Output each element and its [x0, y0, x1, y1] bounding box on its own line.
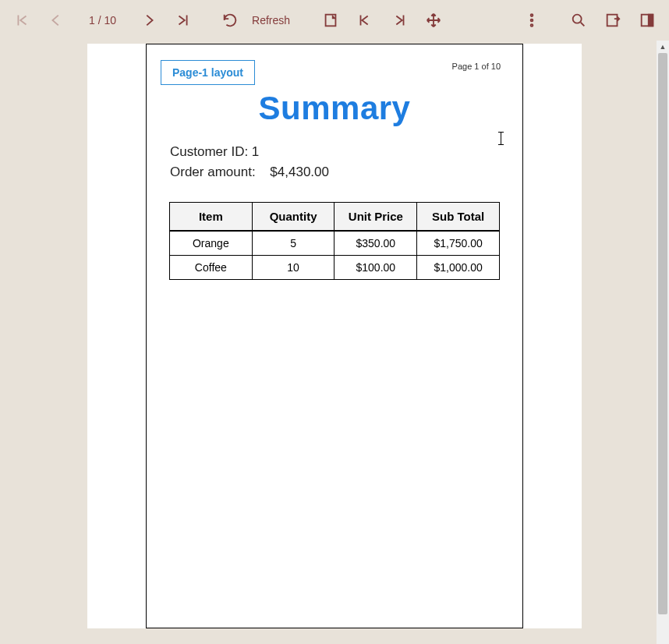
- table-row: Orange 5 $350.00 $1,750.00: [170, 231, 500, 256]
- col-unit-price: Unit Price: [334, 203, 417, 232]
- next-page-button[interactable]: [133, 5, 165, 36]
- report-title: Summary: [159, 90, 510, 127]
- layout-tag[interactable]: Page-1 layout: [161, 60, 255, 85]
- cell-item: Coffee: [170, 256, 253, 280]
- col-item: Item: [170, 203, 253, 232]
- toolbar: 1 / 10 Refresh: [0, 0, 669, 41]
- svg-point-1: [531, 14, 533, 16]
- first-page-icon: [13, 12, 30, 29]
- last-page-button[interactable]: [168, 5, 199, 36]
- vertical-scrollbar[interactable]: ▲: [657, 41, 669, 644]
- svg-rect-5: [607, 15, 618, 27]
- side-panel-button[interactable]: [632, 5, 663, 36]
- more-button[interactable]: [516, 5, 547, 36]
- export-button[interactable]: [597, 5, 628, 36]
- svg-point-2: [531, 19, 533, 22]
- svg-rect-7: [649, 15, 653, 27]
- side-panel-icon: [639, 12, 656, 29]
- more-vertical-icon: [523, 12, 540, 29]
- step-forward-icon: [391, 12, 408, 29]
- refresh-button[interactable]: [214, 5, 246, 36]
- chevron-left-icon: [48, 12, 65, 29]
- prev-page-button: [41, 5, 72, 36]
- cell-item: Orange: [170, 231, 253, 256]
- order-amount-row: Order amount: $4,430.00: [170, 165, 510, 180]
- first-page-button: [6, 5, 37, 36]
- order-amount-value: $4,430.00: [270, 165, 329, 180]
- page-layout-icon: [322, 12, 339, 29]
- cell-sub: $1,750.00: [417, 231, 500, 256]
- step-back-button[interactable]: [349, 5, 381, 36]
- cell-price: $350.00: [334, 231, 417, 256]
- scroll-thumb[interactable]: [658, 53, 667, 614]
- refresh-icon: [221, 12, 239, 29]
- col-quantity: Quantity: [252, 203, 334, 232]
- page-number-text: Page 1 of 10: [452, 62, 501, 71]
- move-icon: [425, 12, 442, 29]
- page-container: Page-1 layout Page 1 of 10 Summary Custo…: [87, 44, 582, 628]
- search-button[interactable]: [563, 5, 594, 36]
- workspace: Page-1 layout Page 1 of 10 Summary Custo…: [0, 41, 669, 644]
- print-layout-button[interactable]: [315, 5, 346, 36]
- col-sub-total: Sub Total: [417, 203, 500, 232]
- svg-point-4: [573, 15, 582, 23]
- svg-rect-0: [326, 15, 336, 27]
- step-forward-button[interactable]: [384, 5, 415, 36]
- table-header-row: Item Quantity Unit Price Sub Total: [170, 203, 500, 232]
- last-page-icon: [175, 12, 192, 29]
- cell-price: $100.00: [334, 256, 417, 280]
- order-amount-label: Order amount:: [170, 165, 256, 180]
- text-cursor: [501, 132, 501, 145]
- cell-sub: $1,000.00: [417, 256, 500, 280]
- customer-id-label: Customer ID: 1: [170, 144, 259, 160]
- search-icon: [570, 12, 587, 29]
- export-icon: [604, 12, 621, 29]
- cell-qty: 5: [252, 231, 334, 256]
- scroll-up-icon[interactable]: ▲: [657, 41, 669, 53]
- page-indicator: 1 / 10: [75, 14, 130, 27]
- customer-id-row: Customer ID: 1: [170, 144, 510, 160]
- svg-point-3: [531, 24, 533, 27]
- refresh-label[interactable]: Refresh: [249, 14, 299, 27]
- items-table: Item Quantity Unit Price Sub Total Orang…: [169, 202, 500, 280]
- move-button[interactable]: [418, 5, 449, 36]
- step-back-icon: [356, 12, 373, 29]
- table-row: Coffee 10 $100.00 $1,000.00: [170, 256, 500, 280]
- cell-qty: 10: [252, 256, 334, 280]
- report-page: Page-1 layout Page 1 of 10 Summary Custo…: [146, 44, 523, 628]
- chevron-right-icon: [140, 12, 158, 29]
